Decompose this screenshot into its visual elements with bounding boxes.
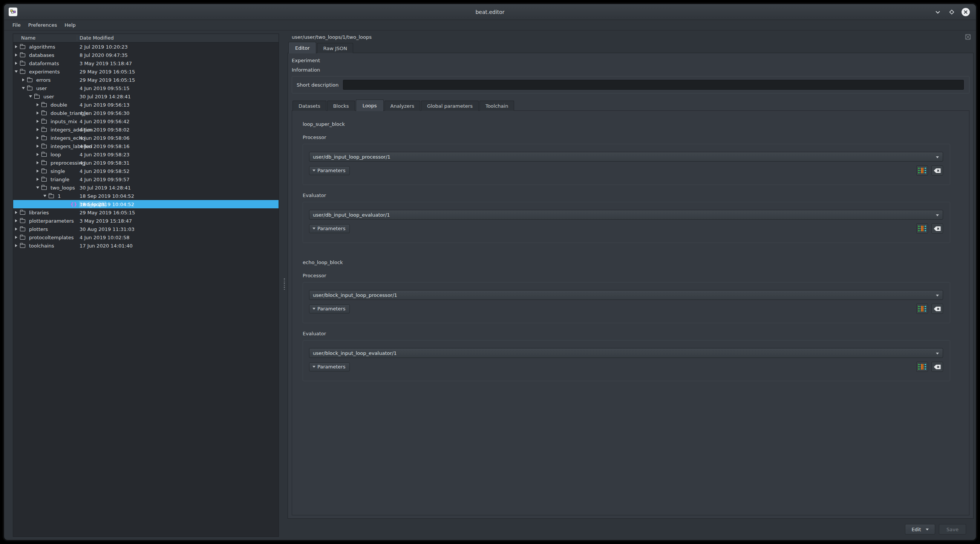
toolchain-icon: [918, 225, 926, 232]
menu-preferences[interactable]: Preferences: [24, 21, 61, 29]
tree-row-name: algorithms: [27, 44, 57, 50]
tree-column-date-modified[interactable]: Date Modified: [80, 35, 114, 41]
evaluator-label: Evaluator: [303, 331, 950, 336]
section-title: loop_super_block: [303, 121, 950, 127]
tree-row[interactable]: plotters 30 Aug 2019 11:31:03: [13, 225, 278, 233]
toolchain-icon-button[interactable]: [916, 224, 928, 233]
folder-icon: [20, 228, 25, 231]
menu-file[interactable]: File: [9, 21, 24, 29]
tree-row[interactable]: 1 18 Sep 2019 10:04:52: [13, 192, 278, 200]
chevron-down-icon: [926, 528, 929, 530]
toolchain-icon-button[interactable]: [916, 362, 928, 372]
evaluator-combobox[interactable]: user/block_input_loop_evaluator/1: [309, 348, 943, 358]
tab-blocks[interactable]: Blocks: [327, 101, 355, 111]
tree-row[interactable]: experiments 29 May 2019 16:05:15: [13, 67, 278, 76]
collapsed-arrow-icon: [15, 62, 18, 65]
tree-row[interactable]: loop 4 Jun 2019 09:58:23: [13, 150, 278, 159]
toolchain-icon: [918, 363, 926, 370]
processor-combobox[interactable]: user/db_input_loop_processor/1: [309, 152, 943, 162]
processor-label: Processor: [303, 273, 950, 278]
parameters-toggle-button[interactable]: Parameters: [309, 305, 350, 314]
expanded-arrow-icon: [29, 95, 32, 98]
tab-raw-json[interactable]: Raw JSON: [317, 43, 353, 53]
tree-header[interactable]: Name Date Modified: [13, 34, 278, 43]
folder-icon: [41, 120, 47, 124]
tree-row-date: 4 Jun 2019 09:56:30: [80, 110, 129, 116]
json-file-icon: {}: [70, 201, 77, 207]
chevron-down-icon: [936, 214, 939, 216]
tree-row[interactable]: databases 8 Jul 2020 09:47:35: [13, 51, 278, 59]
evaluator-combobox[interactable]: user/db_input_loop_evaluator/1: [309, 210, 943, 220]
menu-help[interactable]: Help: [61, 21, 80, 29]
minimize-button[interactable]: [934, 8, 942, 16]
tree-column-name[interactable]: Name: [21, 35, 35, 41]
close-button[interactable]: [961, 8, 970, 16]
field-frame: user/db_input_loop_evaluator/1 Parameter…: [303, 202, 950, 243]
tree-row[interactable]: inputs_mix 4 Jun 2019 09:56:42: [13, 117, 278, 125]
collapsed-arrow-icon: [37, 136, 39, 140]
tree-row-date: 2 Jul 2019 10:20:23: [80, 44, 128, 50]
tab-editor[interactable]: Editor: [288, 42, 316, 54]
tree-row[interactable]: integers_addition 4 Jun 2019 09:58:02: [13, 125, 278, 134]
edit-dropdown-button[interactable]: Edit: [905, 524, 935, 534]
tree-row[interactable]: protocoltemplates 4 Jun 2019 10:02:58: [13, 233, 278, 241]
clear-button[interactable]: [931, 165, 943, 176]
tree-row[interactable]: user 4 Jun 2019 09:55:15: [13, 84, 278, 92]
clear-button[interactable]: [931, 304, 943, 314]
information-label: Information: [292, 67, 969, 73]
tree-row[interactable]: double_triangle 4 Jun 2019 09:56:30: [13, 109, 278, 117]
evaluator-label: Evaluator: [303, 192, 950, 198]
tree-row[interactable]: algorithms 2 Jul 2019 10:20:23: [13, 43, 278, 51]
tree-row[interactable]: {} two_loops 18 Sep 2019 10:04:52: [13, 200, 278, 208]
tree-row[interactable]: single 4 Jun 2019 09:58:52: [13, 167, 278, 175]
collapsed-arrow-icon: [15, 45, 18, 48]
combobox-value: user/block_input_loop_processor/1: [313, 292, 397, 298]
collapsed-arrow-icon: [15, 236, 18, 239]
clear-button[interactable]: [931, 362, 943, 372]
tree-row-date: 8 Jul 2020 09:47:35: [80, 52, 128, 58]
tree-row[interactable]: double 4 Jun 2019 09:56:13: [13, 101, 278, 109]
folder-icon: [41, 161, 47, 165]
tree-row[interactable]: plotterparameters 3 May 2019 15:18:47: [13, 217, 278, 225]
tree-row[interactable]: two_loops 30 Jul 2019 14:28:41: [13, 184, 278, 192]
folder-icon: [49, 194, 54, 198]
parameters-toggle-button[interactable]: Parameters: [309, 362, 350, 371]
combobox-value: user/block_input_loop_evaluator/1: [313, 351, 396, 356]
tree-row[interactable]: errors 29 May 2019 16:05:15: [13, 76, 278, 84]
parameters-toggle-button[interactable]: Parameters: [309, 166, 350, 175]
tree-row[interactable]: dataformats 3 May 2019 15:18:47: [13, 59, 278, 67]
collapsed-arrow-icon: [22, 78, 24, 81]
loops-tab-pane: loop_super_block Processor user/db_input…: [292, 110, 969, 515]
tab-datasets[interactable]: Datasets: [293, 101, 326, 111]
tree-row[interactable]: user 30 Jul 2019 14:28:41: [13, 92, 278, 101]
editor-dock: user/user/two_loops/1/two_loops EditorRa…: [288, 32, 974, 519]
tree-row-date: 4 Jun 2019 09:58:06: [80, 135, 129, 141]
field-frame: user/block_input_loop_evaluator/1 Parame…: [303, 340, 950, 381]
parameters-toggle-button[interactable]: Parameters: [309, 224, 350, 233]
tab-global-parameters[interactable]: Global parameters: [421, 101, 479, 111]
tree-row[interactable]: toolchains 17 Jun 2020 14:01:40: [13, 241, 278, 250]
tree-row-name: dataformats: [27, 60, 60, 67]
tree-row[interactable]: triangle 4 Jun 2019 09:59:57: [13, 175, 278, 184]
toolchain-icon-button[interactable]: [916, 165, 928, 176]
short-description-input[interactable]: [343, 80, 964, 90]
tab-analyzers[interactable]: Analyzers: [385, 101, 420, 111]
tree-row-name: user: [35, 85, 48, 92]
tab-toolchain[interactable]: Toolchain: [479, 101, 514, 111]
tab-loops[interactable]: Loops: [356, 100, 384, 111]
folder-icon: [20, 70, 25, 74]
maximize-button[interactable]: [948, 8, 956, 16]
processor-combobox[interactable]: user/block_input_loop_processor/1: [309, 290, 943, 300]
tree-row-name: plotterparameters: [27, 218, 75, 224]
toolchain-icon-button[interactable]: [916, 304, 928, 314]
tree-row[interactable]: integers_labelled 4 Jun 2019 09:58:16: [13, 142, 278, 150]
save-button[interactable]: Save: [939, 524, 966, 534]
tree-row[interactable]: preprocessing 4 Jun 2019 09:58:31: [13, 159, 278, 167]
float-dock-icon[interactable]: [964, 33, 971, 40]
tree-row[interactable]: libraries 29 May 2019 16:05:15: [13, 208, 278, 217]
tree-row[interactable]: integers_echo 4 Jun 2019 09:58:06: [13, 134, 278, 142]
clear-button[interactable]: [931, 224, 943, 233]
panel-splitter-handle[interactable]: [283, 278, 285, 290]
tree-row-date: 30 Jul 2019 14:28:41: [80, 185, 131, 190]
experiment-label: Experiment: [292, 58, 969, 63]
